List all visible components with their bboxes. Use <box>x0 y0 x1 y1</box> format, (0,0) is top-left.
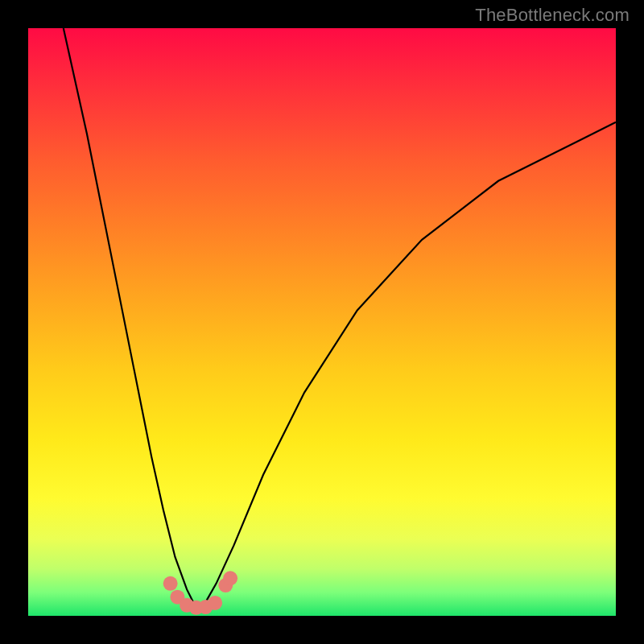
chart-frame: TheBottleneck.com <box>0 0 644 644</box>
data-marker <box>208 596 222 610</box>
curves-svg <box>28 28 616 616</box>
watermark-text: TheBottleneck.com <box>475 5 630 26</box>
data-marker <box>163 576 178 591</box>
right-branch-curve <box>204 122 616 605</box>
data-marker <box>223 571 237 585</box>
marker-cluster <box>163 571 237 615</box>
plot-area <box>28 28 616 616</box>
left-branch-curve <box>64 28 196 607</box>
